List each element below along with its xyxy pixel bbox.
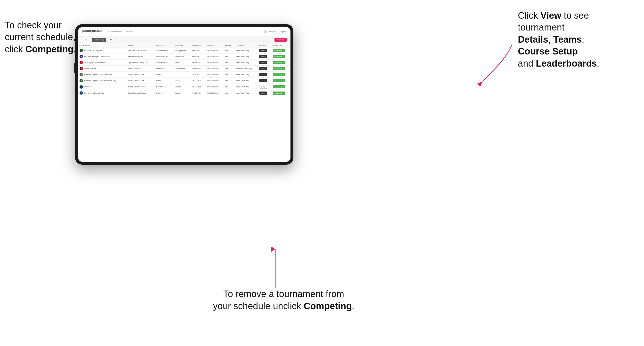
annotation-tl-text: To check yourcurrent schedule,click Comp… xyxy=(5,20,76,54)
view-button[interactable]: View ⊙ xyxy=(259,73,268,76)
team-logo: 🦅 xyxy=(80,49,83,52)
competing-button[interactable]: Competing ✓ xyxy=(273,61,286,64)
nav-right: Test User | Sign out xyxy=(264,30,286,33)
competing-cell: Competing ✓ xyxy=(271,47,290,53)
event-name-cell: W 2023 Sahalee Players Championship xyxy=(78,53,126,60)
arrow-bottom xyxy=(270,247,280,290)
hosted-by-cell: ABAC xyxy=(174,78,190,84)
city-state-cell: Dallas, TX xyxy=(155,78,174,84)
event-name-cell: JS Jackson T. Stephens Cup – Men's Match… xyxy=(78,78,126,84)
col-venue: VENUE xyxy=(126,43,155,47)
competing-cell: Competing ✓ xyxy=(271,84,290,90)
hosted-by-cell: Arizona State xyxy=(174,66,190,72)
view-button[interactable]: View ⊙ xyxy=(259,49,268,52)
competing-cell: Competing ✓ xyxy=(271,60,290,66)
col-gender: GENDER xyxy=(223,43,235,47)
table-row: A Copper Cup Ak-Chin Southern DunesMaric… xyxy=(78,84,290,90)
start-date-cell: Sep 15, 2023 xyxy=(190,60,206,66)
venue-cell: Ak-Chin Southern Dunes xyxy=(126,84,155,90)
table-row: 🌵 Papago Individual Papago Golf ClubPhoe… xyxy=(78,66,290,72)
team-logo: 🌵 xyxy=(80,67,83,70)
view-button[interactable]: View ⊙ xyxy=(259,61,268,64)
table-row: JS Jackson T. Stephens Cup – Stroke Play… xyxy=(78,72,290,78)
tournaments-table-container: EVENT NAME VENUE CITY, STATE HOSTED BY S… xyxy=(78,43,290,162)
actions-cell: View ⊙ xyxy=(258,47,271,53)
edit-button[interactable]: ✏ Edit xyxy=(259,85,267,89)
competing-cell: Competing ✓ xyxy=(271,90,290,96)
division-cell: NCAA Division I xyxy=(206,72,223,78)
create-button[interactable]: + Create xyxy=(274,38,286,42)
view-button[interactable]: View ⊙ xyxy=(259,79,268,82)
nav-teams[interactable]: TEAMS xyxy=(126,29,133,34)
nav-tournaments[interactable]: TOURNAMENTS xyxy=(107,29,122,34)
view-button[interactable]: View ⊙ xyxy=(259,67,268,70)
competing-button[interactable]: Competing ✓ xyxy=(273,49,286,52)
division-cell: NCAA Division I xyxy=(206,60,223,66)
sign-out-link[interactable]: Sign out xyxy=(280,31,286,32)
venue-cell: Trinity Forest Golf Club xyxy=(126,72,155,78)
gender-cell: Men xyxy=(223,47,235,53)
event-name: OFCC Fighting Illini Invitational xyxy=(84,62,106,63)
annotation-tr-text: Click View to seetournamentDetails, Team… xyxy=(518,10,600,68)
nav-divider: | xyxy=(278,31,278,32)
team-logo: W xyxy=(80,55,83,58)
table-row: JS Jackson T. Stephens Cup – Men's Match… xyxy=(78,78,290,84)
actions-cell: View ⊙ xyxy=(258,53,271,60)
competing-button[interactable]: Competing ✓ xyxy=(273,85,286,88)
division-cell: NCAA Division I xyxy=(206,84,223,90)
gender-cell: Men xyxy=(223,90,235,96)
venue-cell: Sahalee Country Club xyxy=(126,53,155,60)
arrow-right xyxy=(468,42,522,91)
hosted-by-cell: Michigan State xyxy=(174,47,190,53)
competing-button[interactable]: Competing ✓ xyxy=(273,67,286,70)
view-button[interactable]: View ⊙ xyxy=(259,55,268,58)
competing-cell: Competing ✓ xyxy=(271,53,290,60)
hosted-by-cell xyxy=(174,72,190,78)
start-date-cell: Oct 11, 2023 xyxy=(190,78,206,84)
competing-button[interactable]: Competing ✓ xyxy=(273,92,286,95)
filter-competing-button[interactable]: Competing xyxy=(92,38,106,42)
competing-button[interactable]: Competing ✓ xyxy=(273,79,286,82)
filter-home-button[interactable]: Ho... xyxy=(82,38,91,42)
start-date-cell: Sep 18, 2023 xyxy=(190,66,206,72)
scoring-cell: team, Stroke Play xyxy=(235,47,258,53)
actions-cell: View ⊙ xyxy=(258,90,271,96)
scoring-cell: team, Stroke Play xyxy=(235,60,258,66)
table-row: W 2023 Sahalee Players Championship Saha… xyxy=(78,53,290,60)
gender-cell: Men xyxy=(223,84,235,90)
event-name: Jackson T. Stephens Cup – Men's Match Pl… xyxy=(84,80,116,82)
competing-button[interactable]: Competing ✓ xyxy=(273,73,286,76)
event-name-cell: A Copper Cup xyxy=(78,84,126,90)
city-state-cell: Olympia Fields, IL xyxy=(155,60,174,66)
table-row: H John A. Burns Intercollegiate Ocean Co… xyxy=(78,90,290,96)
team-logo: A xyxy=(80,85,83,89)
col-start-date: START DATE xyxy=(190,43,206,47)
gender-cell: Men xyxy=(223,53,235,60)
competing-button[interactable]: Competing ✓ xyxy=(273,55,286,58)
gender-cell: Men xyxy=(223,72,235,78)
scoring-cell: team, Match Play xyxy=(235,78,258,84)
gender-cell: Men xyxy=(223,78,235,84)
col-actions: ACTIONS xyxy=(258,43,271,47)
venue-cell: Ocean Course At Hokuala xyxy=(126,90,155,96)
view-button[interactable]: View ⊙ xyxy=(259,92,268,95)
event-name: John A. Burns Intercollegiate xyxy=(84,92,104,94)
logo-sub-text: Powered by clippd xyxy=(82,32,102,34)
city-state-cell: Dallas, TX xyxy=(155,72,174,78)
col-event-name: EVENT NAME xyxy=(78,43,126,47)
gender-cell: Men xyxy=(223,66,235,72)
event-name: Folds of Honor Collegiate xyxy=(84,50,102,51)
division-cell: NCAA Division I xyxy=(206,78,223,84)
start-date-cell: Oct 9, 2023 xyxy=(190,72,206,78)
event-name-cell: H John A. Burns Intercollegiate xyxy=(78,90,126,96)
city-state-cell: Phoenix, AZ xyxy=(155,66,174,72)
actions-cell: View ⊙ xyxy=(258,78,271,84)
start-date-cell: Jan 14, 2024 xyxy=(190,84,206,90)
team-logo: JS xyxy=(80,73,83,76)
logo-main-text: SCOREBOARD xyxy=(82,30,102,32)
team-logo: JS xyxy=(80,79,83,82)
start-date-cell: Feb 15, 2024 xyxy=(190,90,206,96)
filter-all-button[interactable]: All xyxy=(107,38,114,42)
tablet-screen: SCOREBOARD Powered by clippd TOURNAMENTS… xyxy=(78,27,290,162)
scoring-cell: team, Stroke Play xyxy=(235,53,258,60)
